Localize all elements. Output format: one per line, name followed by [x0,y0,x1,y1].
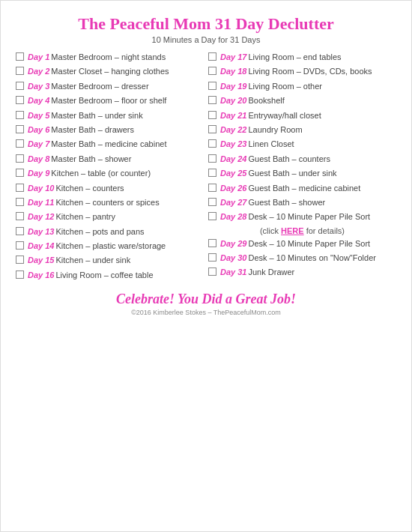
day-label: Day 31 [220,267,246,278]
day-label: Day 15 [28,255,54,266]
checkbox-right-4[interactable] [208,96,216,104]
day-label: Day 17 [220,52,246,63]
day-text: Desk – 10 Minutes on "Now"Folder [248,253,375,264]
list-item: Day 31 Junk Drawer [208,267,396,278]
list-item: Day 13 Kitchen – pots and pans [16,226,204,238]
day-text: Master Bath – under sink [51,110,142,121]
checkbox-right-14[interactable] [208,239,216,247]
checkbox-right-8[interactable] [208,154,216,163]
checkbox-right-15[interactable] [208,253,216,262]
day-text: Master Bath – drawers [51,124,134,136]
list-item: Day 17 Living Room – end tables [208,52,396,63]
checkbox-right-10[interactable] [208,184,216,192]
list-item: Day 22 Laundry Room [208,124,396,136]
checkbox-left-1[interactable] [16,52,24,61]
checkbox-left-7[interactable] [16,139,24,148]
day-text: Kitchen – pots and pans [55,226,144,238]
day-text: Master Closet – hanging clothes [51,66,169,77]
day-text: Laundry Room [248,124,302,136]
day-label: Day 14 [28,241,54,252]
day-label: Day 5 [28,110,49,121]
list-item: Day 25 Guest Bath – under sink [208,168,396,179]
day-text: Master Bedroom – night stands [51,52,166,63]
list-item: Day 18 Living Room – DVDs, CDs, books [208,66,396,77]
list-item: Day 2 Master Closet – hanging clothes [16,66,204,77]
checkbox-right-11[interactable] [208,198,216,206]
day-text: Kitchen – under sink [55,255,130,266]
checkbox-right-1[interactable] [208,52,216,61]
day-label: Day 20 [220,95,246,106]
checkbox-right-12[interactable] [208,212,216,220]
checkbox-left-12[interactable] [16,212,24,220]
checkbox-left-4[interactable] [16,96,24,104]
checkbox-left-16[interactable] [16,270,24,279]
list-item: Day 20 Bookshelf [208,95,396,106]
day-label: Day 3 [28,81,49,92]
list-item: Day 19 Living Room – other [208,81,396,92]
day-label: Day 10 [28,183,54,194]
list-item: Day 4 Master Bedroom – floor or shelf [16,95,204,106]
day-text: Linen Closet [248,139,294,150]
day-label: Day 1 [28,52,49,63]
checkbox-right-7[interactable] [208,139,216,148]
list-item: Day 30 Desk – 10 Minutes on "Now"Folder [208,253,396,264]
list-item: Day 21 Entryway/hall closet [208,110,396,121]
checkbox-left-2[interactable] [16,67,24,75]
checkbox-left-10[interactable] [16,184,24,192]
day-label: Day 23 [220,139,246,150]
list-item: Day 26 Guest Bath – medicine cabinet [208,183,396,194]
checkbox-left-6[interactable] [16,125,24,133]
checkbox-left-5[interactable] [16,111,24,119]
day-label: Day 27 [220,197,246,208]
checkbox-right-3[interactable] [208,82,216,90]
day-text: Master Bedroom – floor or shelf [51,95,166,106]
day-label: Day 22 [220,124,246,136]
checkbox-right-6[interactable] [208,125,216,133]
day-label: Day 13 [28,226,54,238]
day-text: Kitchen – pantry [55,211,115,223]
checkbox-right-16[interactable] [208,267,216,276]
checkbox-left-11[interactable] [16,198,24,206]
list-item: Day 8 Master Bath – shower [16,154,204,165]
list-item: Day 6 Master Bath – drawers [16,124,204,136]
day-text: Guest Bath – medicine cabinet [248,183,360,194]
list-item: Day 16 Living Room – coffee table [16,270,204,281]
here-link[interactable]: HERE [281,226,304,235]
list-item: Day 9 Kitchen – table (or counter) [16,168,204,179]
checkbox-left-8[interactable] [16,154,24,163]
day-text: Kitchen – counters or spices [55,197,159,208]
day-label: Day 4 [28,95,49,106]
footer-copy: ©2016 Kimberlee Stokes – ThePeacefulMom.… [16,309,396,316]
checkbox-right-2[interactable] [208,67,216,75]
day-text: Desk – 10 Minute Paper Pile Sort [248,238,370,250]
list-item: Day 14 Kitchen – plastic ware/storage [16,241,204,252]
checkbox-right-9[interactable] [208,169,216,177]
day-label: Day 29 [220,238,246,250]
list-item: Day 7 Master Bath – medicine cabinet [16,139,204,150]
day-text: Entryway/hall closet [248,110,321,121]
day-text: Guest Bath – under sink [248,168,336,179]
click-here-note: (click HERE for details) [208,226,396,235]
list-item: Day 28 Desk – 10 Minute Paper Pile Sort [208,211,396,223]
list-item: Day 24 Guest Bath – counters [208,154,396,165]
footer-celebrate: Celebrate! You Did a Great Job! [16,291,396,307]
day-text: Living Room – end tables [248,52,341,63]
day-text: Master Bedroom – dresser [51,81,148,92]
checkbox-left-15[interactable] [16,256,24,264]
columns-container: Day 1 Master Bedroom – night stands Day … [16,52,396,284]
day-label: Day 21 [220,110,246,121]
checkbox-left-14[interactable] [16,241,24,250]
checkbox-right-5[interactable] [208,111,216,119]
list-item: Day 27 Guest Bath – shower [208,197,396,208]
day-label: Day 2 [28,66,49,77]
left-column: Day 1 Master Bedroom – night stands Day … [16,52,204,284]
checkbox-left-9[interactable] [16,169,24,177]
day-label: Day 7 [28,139,49,150]
checkbox-left-13[interactable] [16,227,24,235]
checkbox-left-3[interactable] [16,82,24,90]
day-label: Day 19 [220,81,246,92]
day-label: Day 8 [28,154,49,165]
list-item: Day 23 Linen Closet [208,139,396,150]
day-label: Day 9 [28,168,49,179]
day-label: Day 26 [220,183,246,194]
